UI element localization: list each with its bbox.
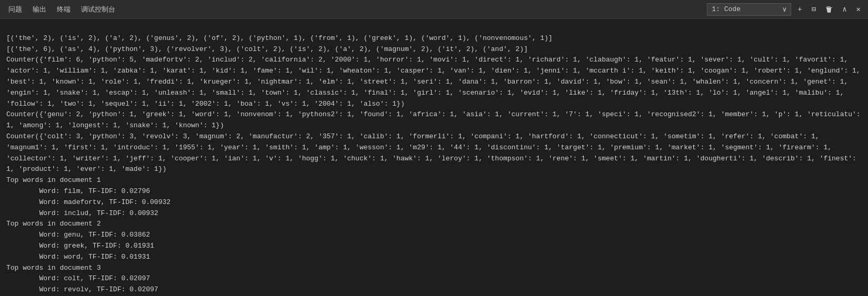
- output-line: Counter({'colt': 3, 'python': 3, 'revolv…: [6, 131, 862, 175]
- toolbar-right: 1: Code ∨ + ⊟ ∧ ✕: [707, 3, 864, 16]
- chevron-down-icon: ∨: [782, 5, 786, 14]
- output-line: Word: colt, TF-IDF: 0.02097: [6, 273, 862, 284]
- output-line: Word: madefortv, TF-IDF: 0.00932: [6, 197, 862, 208]
- code-dropdown[interactable]: 1: Code ∨: [707, 3, 791, 16]
- output-line: Top words in document 2: [6, 219, 862, 230]
- menu-output[interactable]: 输出: [28, 3, 51, 16]
- menu-debug[interactable]: 调试控制台: [77, 3, 119, 16]
- trash-button[interactable]: [822, 4, 836, 15]
- output-line: Word: greek, TF-IDF: 0.01931: [6, 241, 862, 252]
- chevron-up-button[interactable]: ∧: [839, 3, 850, 16]
- output-line: Counter({'film': 6, 'python': 5, 'madefo…: [6, 55, 862, 109]
- menu-bar: 问题 输出 终端 调试控制台: [4, 3, 119, 16]
- output-line: Word: genu, TF-IDF: 0.03862: [6, 230, 862, 241]
- output-line: Top words in document 1: [6, 175, 862, 186]
- output-line: Word: word, TF-IDF: 0.01931: [6, 252, 862, 263]
- add-terminal-button[interactable]: +: [794, 3, 805, 16]
- menu-problem[interactable]: 问题: [4, 3, 26, 16]
- split-terminal-button[interactable]: ⊟: [809, 3, 819, 16]
- close-button[interactable]: ✕: [853, 3, 864, 16]
- dropdown-label: 1: Code: [712, 5, 741, 13]
- output-line: Top words in document 3: [6, 263, 862, 274]
- output-line: [('the', 2), ('is', 2), ('a', 2), ('genu…: [6, 33, 862, 44]
- terminal-output[interactable]: [('the', 2), ('is', 2), ('a', 2), ('genu…: [0, 19, 868, 296]
- output-line: Word: revolv, TF-IDF: 0.02097: [6, 284, 862, 295]
- output-line: [('the', 6), ('as', 4), ('python', 3), (…: [6, 44, 862, 55]
- output-line: Word: includ, TF-IDF: 0.00932: [6, 208, 862, 219]
- menu-terminal[interactable]: 终端: [53, 3, 75, 16]
- top-bar: 问题 输出 终端 调试控制台 1: Code ∨ + ⊟ ∧ ✕: [0, 0, 868, 19]
- trash-icon: [825, 6, 833, 13]
- output-line: Word: film, TF-IDF: 0.02796: [6, 186, 862, 197]
- output-line: Counter({'genu': 2, 'python': 1, 'greek'…: [6, 109, 862, 131]
